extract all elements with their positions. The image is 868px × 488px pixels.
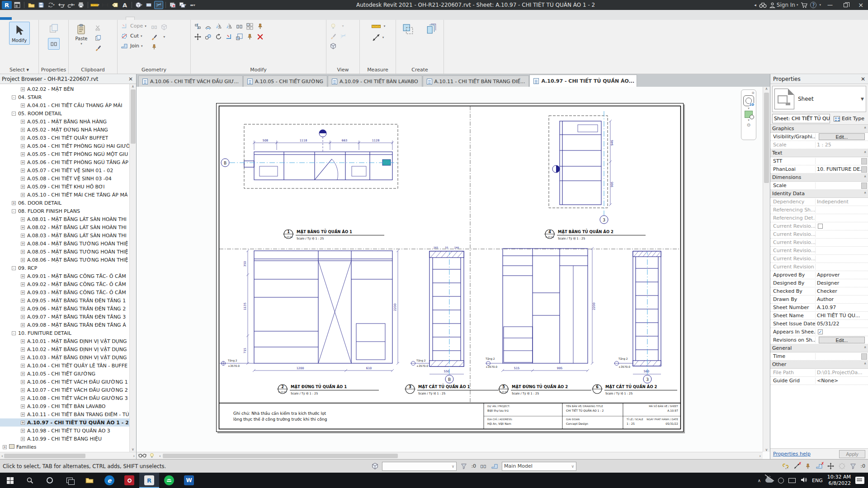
project-browser-item[interactable]: + A.10.99 - CHI TIẾT BẢNG HIỆU — [0, 435, 129, 443]
tree-expand-toggle[interactable]: + — [21, 250, 25, 254]
project-browser-item[interactable]: + A.05.05 - CHI TIẾT PHÒNG NGỦ MỘT GIU — [0, 150, 129, 158]
measure-icon[interactable]: ▾ — [90, 1, 99, 9]
edit-button[interactable]: Edit... — [819, 133, 864, 140]
project-browser-item[interactable]: + A.10.02 - MẶT BẰNG ĐỊNH VỊ VẬT DỤNG — [0, 345, 129, 353]
property-assign-button[interactable] — [861, 183, 867, 189]
measure-tool[interactable]: ▾ — [370, 22, 386, 30]
tree-expand-toggle[interactable]: + — [21, 339, 25, 343]
property-value[interactable]: <None> — [816, 378, 868, 384]
property-value[interactable]: Edit... — [816, 337, 868, 343]
close-button[interactable]: × — [854, 0, 867, 9]
zoom-region-icon[interactable] — [745, 111, 753, 118]
properties-section-header[interactable]: General« — [770, 344, 868, 352]
tree-expand-toggle[interactable]: + — [21, 242, 25, 246]
tree-expand-toggle[interactable]: - — [12, 112, 16, 116]
background-processes-icon[interactable] — [838, 462, 846, 470]
network-icon[interactable] — [788, 478, 796, 483]
project-browser-item[interactable]: + A.10.97 - CHI TIẾT TỦ QUẦN ÁO 1 - 2 — [0, 418, 129, 427]
property-value[interactable]: Edit... — [816, 133, 868, 140]
property-value[interactable]: 10. FUNITURE DE... — [816, 166, 861, 172]
project-browser-item[interactable]: + A.05.06 - CHI TIẾT PHÒNG NGỦ TẦNG ÁP — [0, 158, 129, 166]
tree-expand-toggle[interactable]: + — [21, 413, 25, 417]
tree-expand-toggle[interactable]: + — [21, 169, 25, 173]
project-browser-item[interactable]: - 09. RCP — [0, 264, 129, 272]
apply-button[interactable]: Apply — [839, 450, 865, 458]
project-browser-item[interactable]: + A.10.11 - CHI TIẾT BÀN TRANG ĐIỂM - TỦ — [0, 410, 129, 418]
restore-button[interactable] — [839, 0, 852, 9]
modify-tool-button[interactable]: Modify — [9, 22, 30, 45]
reveal-icon[interactable] — [339, 32, 347, 40]
project-browser-item[interactable]: - 10. FUNITURE DETAIL — [0, 329, 129, 337]
print-icon[interactable] — [76, 1, 85, 9]
create-group-button[interactable] — [398, 22, 418, 37]
property-value[interactable]: Approver — [816, 272, 868, 278]
taskbar-word-icon[interactable]: W — [179, 473, 199, 488]
project-browser-item[interactable]: + A.10.07 - CHI TIẾT VÁCH ĐẦU GIƯỜNG 2 — [0, 386, 129, 394]
instance-selector[interactable]: Sheet: CHI TIẾT TỦ QU ∨ — [772, 114, 830, 123]
paint-icon[interactable] — [150, 33, 159, 41]
project-browser-item[interactable]: + A.10.06 - CHI TIẾT VÁCH ĐẦU GIƯỜNG 1 — [0, 378, 129, 386]
property-value[interactable]: 05/31/22 — [816, 321, 868, 327]
properties-section-header[interactable]: Graphics« — [770, 125, 868, 133]
tree-expand-toggle[interactable]: - — [12, 209, 16, 213]
project-browser-item[interactable]: - 04. STAIR — [0, 93, 129, 101]
properties-window-icon[interactable] — [13, 1, 22, 9]
override-graphics-icon[interactable]: ▾ — [339, 22, 347, 30]
taskbar-clock[interactable]: 10:32 AM 6/8/2022 — [827, 474, 851, 487]
worksharing-display-icon[interactable] — [479, 462, 487, 470]
tree-expand-toggle[interactable]: + — [21, 217, 25, 221]
project-browser-item[interactable]: + A.08.04 - MẶT BẰNG TƯỜNG HOÀN THIỆ — [0, 239, 129, 248]
canvas-vertical-scrollbar[interactable]: ∧∨ — [763, 87, 770, 452]
project-browser-item[interactable]: + A.08.06 - MẶT BẰNG TƯỜNG HOÀN THIỆ — [0, 256, 129, 264]
tree-expand-toggle[interactable]: + — [21, 136, 25, 140]
project-browser-item[interactable]: + A.09.07 - MẶT BẰNG TRẦN ĐÈN TẦNG 3 — [0, 313, 129, 321]
tree-expand-toggle[interactable]: + — [21, 404, 25, 408]
project-browser-item[interactable]: + A.10.04 - CHI TIẾT QUẦY LỄ TÂN - BUFFE — [0, 361, 129, 370]
property-value[interactable]: Independent — [816, 199, 868, 205]
edit-button[interactable]: Edit... — [819, 337, 864, 343]
teams-icon[interactable] — [778, 478, 784, 483]
taskbar-acrobat-icon[interactable] — [119, 473, 139, 488]
property-value[interactable]: 1 : 25 — [816, 142, 868, 148]
property-value[interactable]: A.10.97 — [816, 305, 868, 310]
project-browser-item[interactable]: + A.09.03 - MẶT BẰNG CÔNG TẮC- Ổ CẮM — [0, 288, 129, 296]
move-icon[interactable] — [193, 33, 202, 41]
project-browser-item[interactable]: + A.09.06 - MẶT BẰNG TRẦN ĐÈN TẦNG 2 — [0, 305, 129, 313]
type-selector[interactable]: Sheet ▼ — [772, 86, 866, 112]
section-collapse-icon[interactable]: « — [863, 346, 868, 351]
properties-palette-toggle-icon[interactable] — [48, 38, 60, 50]
pin-icon[interactable] — [245, 33, 254, 41]
tree-expand-toggle[interactable]: + — [3, 445, 7, 449]
panel-label-view[interactable]: View — [326, 66, 359, 74]
design-option-select[interactable]: Main Model∨ — [502, 462, 576, 471]
tree-expand-toggle[interactable]: + — [21, 315, 25, 319]
navbar-collapse-icon[interactable]: ⊖ — [747, 122, 750, 127]
project-browser-item[interactable]: + Families — [0, 443, 129, 451]
active-workset-select[interactable]: ∨ — [382, 462, 457, 471]
sync-with-central-icon[interactable]: ▾ — [47, 1, 56, 9]
tree-expand-toggle[interactable]: + — [21, 372, 25, 376]
hidden-icons-chevron[interactable]: ∧ — [758, 478, 761, 483]
match-type-properties-icon[interactable] — [94, 43, 102, 52]
project-browser-item[interactable]: + A.04.01 - CHI TIẾT CẦU THANG ÁP MÁI — [0, 101, 129, 109]
project-browser-item[interactable]: + A.10.05 - CHI TIẾT GIƯỜNG — [0, 370, 129, 378]
design-options-icon[interactable] — [491, 462, 499, 470]
copy-to-clipboard-icon[interactable] — [94, 33, 102, 42]
tree-expand-toggle[interactable]: + — [21, 437, 25, 441]
section-collapse-icon[interactable]: « — [863, 126, 868, 131]
tree-expand-toggle[interactable]: + — [21, 152, 25, 156]
tree-expand-toggle[interactable]: + — [21, 282, 25, 286]
project-browser-item[interactable]: + A.05.04 - CHI TIẾT PHÒNG NGỦ HAI GIƯỜ — [0, 142, 129, 150]
tree-expand-toggle[interactable]: + — [21, 396, 25, 400]
property-value[interactable]: Author — [816, 296, 868, 302]
drawing-area[interactable]: B 508 1118 663 — [137, 87, 770, 459]
project-browser-item[interactable]: + A.05.08 - CHI TIẾT VỆ SINH 03 -04 — [0, 174, 129, 183]
app-store-cart-icon[interactable] — [801, 2, 807, 8]
help-icon[interactable]: ? — [810, 2, 816, 8]
view-tab[interactable]: A.10.11 - CHI TIẾT BÀN TRANG ĐIỂ... — [423, 75, 529, 87]
project-browser-item[interactable]: + A.05.07 - CHI TIẾT VỆ SINH 01 - 02 — [0, 166, 129, 174]
project-browser-item[interactable]: - 05. ROOM DETAIL — [0, 109, 129, 117]
taskbar-edge-icon[interactable]: e — [99, 473, 119, 488]
tree-expand-toggle[interactable]: + — [21, 103, 25, 108]
sign-in-button[interactable]: Sign In▾ — [769, 2, 798, 8]
